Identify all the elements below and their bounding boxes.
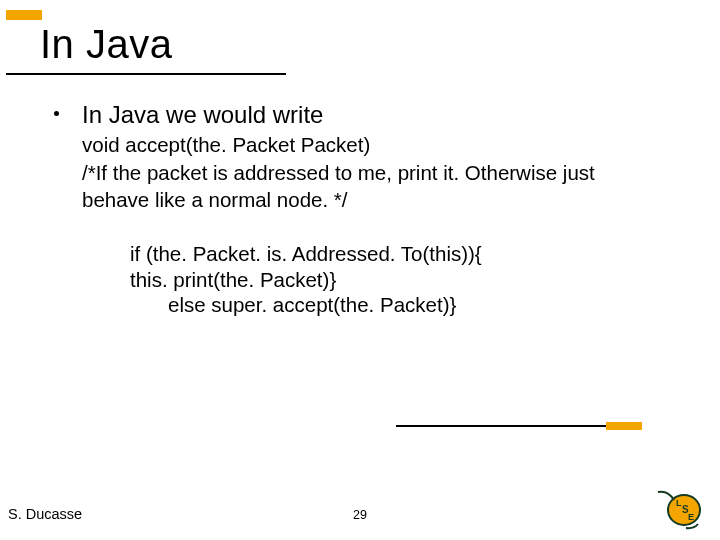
- bullet-heading: In Java we would write: [82, 100, 692, 130]
- title-underline: [0, 73, 286, 75]
- body-content: In Java we would write void accept(the. …: [48, 100, 692, 318]
- body-line: /*If the packet is addressed to me, prin…: [48, 160, 692, 186]
- slide-title: In Java: [0, 22, 286, 73]
- code-block: if (the. Packet. is. Addressed. To(this)…: [48, 241, 692, 318]
- svg-text:E: E: [688, 512, 694, 522]
- footer-author: S. Ducasse: [8, 506, 82, 522]
- body-line: void accept(the. Packet Packet): [48, 132, 692, 158]
- footer-page-number: 29: [353, 508, 367, 522]
- bullet-dot-icon: [54, 111, 59, 116]
- underline-dark-icon: [6, 73, 286, 75]
- body-line: behave like a normal node. */: [48, 187, 692, 213]
- bottom-rule: [396, 422, 642, 430]
- code-line: if (the. Packet. is. Addressed. To(this)…: [130, 241, 692, 267]
- bullet-item: In Java we would write: [48, 100, 692, 130]
- title-block: In Java: [0, 10, 286, 75]
- code-line: this. print(the. Packet)}: [130, 267, 692, 293]
- accent-bar-icon: [6, 10, 42, 20]
- lse-logo-icon: L S E: [654, 488, 706, 530]
- rule-line-icon: [396, 425, 606, 427]
- code-line: else super. accept(the. Packet)}: [130, 292, 692, 318]
- rule-accent-icon: [606, 422, 642, 430]
- slide: In Java In Java we would write void acce…: [0, 0, 720, 540]
